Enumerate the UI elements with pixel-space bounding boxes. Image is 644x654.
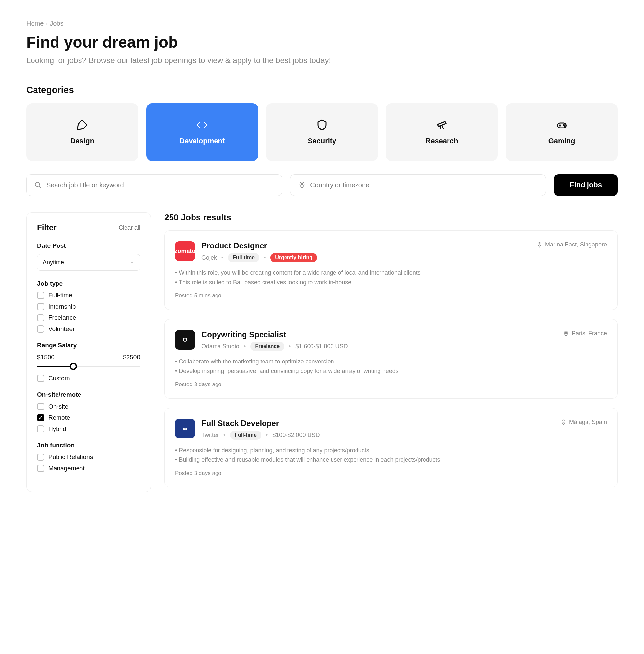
find-jobs-button[interactable]: Find jobs bbox=[554, 174, 618, 196]
category-gaming[interactable]: Gaming bbox=[506, 103, 618, 161]
onsite-option-onsite[interactable]: On-site bbox=[37, 403, 140, 410]
job-type-badge: Full-time bbox=[228, 253, 259, 262]
job-bullet: Responsible for designing, planning, and… bbox=[175, 447, 607, 454]
pin-icon bbox=[298, 181, 305, 189]
category-label: Development bbox=[179, 137, 225, 145]
job-salary: $1,600-$1,800 USD bbox=[295, 343, 348, 350]
job-card[interactable]: Paris, France O Copywriting Specialist O… bbox=[164, 319, 618, 399]
company-logo: zomato bbox=[175, 241, 195, 261]
job-posted: Posted 5 mins ago bbox=[175, 293, 607, 299]
job-type-badge: Freelance bbox=[250, 342, 284, 351]
breadcrumb-home[interactable]: Home bbox=[26, 20, 44, 27]
job-function-label: Job function bbox=[37, 442, 140, 449]
job-type-freelance[interactable]: Freelance bbox=[37, 314, 140, 321]
search-row: Find jobs bbox=[26, 174, 618, 196]
job-type-fulltime[interactable]: Full-time bbox=[37, 292, 140, 299]
category-label: Design bbox=[70, 137, 94, 145]
category-security[interactable]: Security bbox=[266, 103, 378, 161]
slider-thumb[interactable] bbox=[70, 363, 77, 370]
job-function-pr[interactable]: Public Relations bbox=[37, 453, 140, 461]
job-bullet: This role is suited to Bali based creati… bbox=[175, 279, 607, 286]
job-company: Odama Studio bbox=[201, 343, 239, 350]
salary-slider[interactable] bbox=[37, 364, 140, 369]
job-bullet: Develop inspiring, persuasive, and convi… bbox=[175, 368, 607, 375]
job-location: Marina East, Singapore bbox=[536, 241, 607, 248]
job-type-label: Job type bbox=[37, 280, 140, 287]
filter-title: Filter bbox=[37, 223, 56, 232]
categories-row: Design Development Security Research Gam… bbox=[26, 103, 618, 161]
category-label: Gaming bbox=[548, 137, 575, 145]
date-post-label: Date Post bbox=[37, 242, 140, 249]
categories-label: Categories bbox=[26, 85, 618, 95]
range-salary-label: Range Salary bbox=[37, 342, 140, 349]
date-post-select[interactable]: Anytime bbox=[37, 254, 140, 271]
search-location-wrap[interactable] bbox=[290, 174, 546, 196]
job-function-management[interactable]: Management bbox=[37, 465, 140, 472]
category-label: Research bbox=[426, 137, 458, 145]
svg-point-3 bbox=[36, 182, 40, 187]
category-design[interactable]: Design bbox=[26, 103, 138, 161]
job-card[interactable]: Málaga, Spain ∞ Full Stack Developer Twi… bbox=[164, 408, 618, 488]
chevron-down-icon bbox=[130, 260, 135, 265]
job-company: Twitter bbox=[201, 432, 219, 439]
search-keyword-input[interactable] bbox=[46, 181, 274, 189]
job-salary: $100-$2,000 USD bbox=[272, 432, 320, 439]
svg-point-6 bbox=[566, 332, 567, 333]
results-title: 250 Jobs results bbox=[164, 212, 618, 223]
job-bullets: Collaborate with the marketing team to o… bbox=[175, 358, 607, 375]
pin-icon bbox=[563, 331, 569, 337]
filter-panel: Filter Clear all Date Post Anytime Job t… bbox=[26, 212, 151, 492]
pin-icon bbox=[560, 419, 567, 425]
page-subtitle: Looking for jobs? Browse our latest job … bbox=[26, 56, 618, 65]
job-type-badge: Full-time bbox=[230, 430, 261, 440]
shield-icon bbox=[316, 119, 328, 131]
results-column: 250 Jobs results Marina East, Singapore … bbox=[164, 212, 618, 497]
breadcrumb-current: Jobs bbox=[50, 20, 63, 27]
telescope-icon bbox=[436, 119, 448, 131]
job-card[interactable]: Marina East, Singapore zomato Product De… bbox=[164, 230, 618, 310]
urgent-badge: Urgently hiring bbox=[270, 253, 317, 262]
job-bullets: Within this role, you will be creating c… bbox=[175, 270, 607, 286]
onsite-option-hybrid[interactable]: Hybrid bbox=[37, 425, 140, 432]
company-logo: O bbox=[175, 330, 195, 350]
category-development[interactable]: Development bbox=[146, 103, 258, 161]
company-logo: ∞ bbox=[175, 419, 195, 438]
range-custom[interactable]: Custom bbox=[37, 375, 140, 382]
date-post-value: Anytime bbox=[43, 259, 64, 266]
breadcrumb-sep: › bbox=[46, 20, 50, 27]
pen-icon bbox=[76, 119, 88, 131]
category-label: Security bbox=[308, 137, 337, 145]
onsite-remote-label: On-site/remote bbox=[37, 391, 140, 398]
search-keyword-wrap[interactable] bbox=[26, 174, 282, 196]
job-posted: Posted 3 days ago bbox=[175, 470, 607, 476]
job-type-internship[interactable]: Internship bbox=[37, 303, 140, 310]
range-max: $2500 bbox=[123, 354, 140, 361]
category-research[interactable]: Research bbox=[386, 103, 498, 161]
svg-point-2 bbox=[564, 126, 565, 127]
code-icon bbox=[196, 119, 208, 131]
range-min: $1500 bbox=[37, 354, 54, 361]
breadcrumb: Home › Jobs bbox=[26, 20, 618, 27]
gamepad-icon bbox=[556, 119, 568, 131]
job-posted: Posted 3 days ago bbox=[175, 381, 607, 388]
svg-point-4 bbox=[301, 183, 303, 185]
job-company: Gojek bbox=[201, 254, 217, 261]
job-title: Copywriting Specialist bbox=[201, 330, 607, 339]
job-type-volunteer[interactable]: Volunteer bbox=[37, 325, 140, 333]
onsite-option-remote[interactable]: ✓Remote bbox=[37, 414, 140, 421]
job-bullets: Responsible for designing, planning, and… bbox=[175, 447, 607, 464]
job-title: Full Stack Developer bbox=[201, 419, 607, 428]
svg-point-7 bbox=[563, 421, 564, 422]
svg-point-5 bbox=[539, 243, 540, 245]
job-bullet: Collaborate with the marketing team to o… bbox=[175, 358, 607, 365]
job-location: Paris, France bbox=[563, 330, 607, 337]
pin-icon bbox=[536, 242, 543, 248]
job-location: Málaga, Spain bbox=[560, 419, 607, 426]
search-icon bbox=[34, 181, 42, 189]
job-bullet: Within this role, you will be creating c… bbox=[175, 270, 607, 276]
clear-all-button[interactable]: Clear all bbox=[119, 224, 140, 231]
job-bullet: Building effective and reusable modules … bbox=[175, 456, 607, 464]
page-title: Find your dream job bbox=[26, 33, 618, 51]
search-location-input[interactable] bbox=[310, 181, 538, 189]
